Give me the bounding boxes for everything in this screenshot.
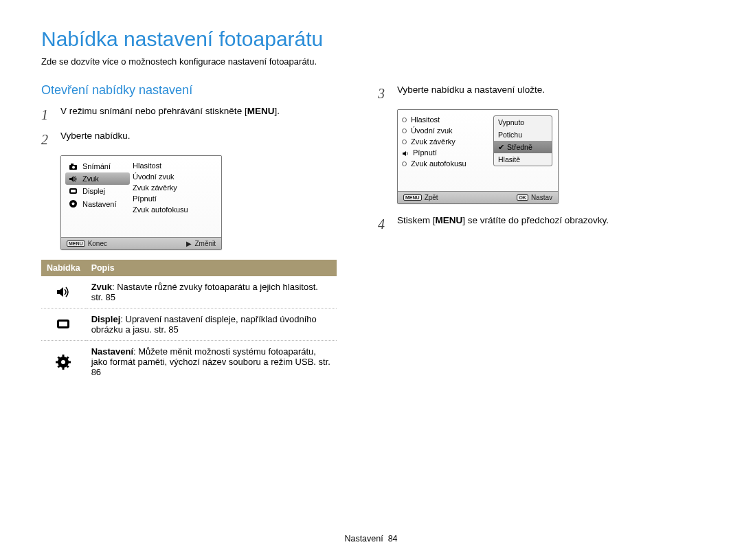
check-icon: ✔ bbox=[498, 143, 504, 151]
menu-item-zvuk[interactable]: Zvuk bbox=[65, 172, 130, 185]
speaker-icon bbox=[68, 175, 78, 183]
step-number: 2 bbox=[41, 129, 54, 150]
step-number: 1 bbox=[41, 104, 54, 125]
ok-badge: OK bbox=[517, 194, 528, 201]
svg-point-2 bbox=[72, 166, 75, 168]
radio-icon bbox=[402, 161, 407, 166]
menu-item-label: Displej bbox=[82, 187, 105, 195]
footer-page: 84 bbox=[388, 534, 398, 544]
footer-label: Nastavení bbox=[344, 534, 383, 544]
option-label: Hlasitost bbox=[411, 115, 440, 124]
step-number: 4 bbox=[378, 214, 390, 234]
step-2: 2 Vyberte nabídku. bbox=[41, 129, 337, 150]
svg-rect-10 bbox=[59, 322, 67, 326]
option-label: Zvuk autofokusu bbox=[411, 159, 466, 168]
table-header-nabidka: Nabídka bbox=[41, 260, 86, 276]
table-row: Displej: Upravení nastavení displeje, na… bbox=[41, 309, 337, 341]
menu-badge: MENU bbox=[67, 240, 85, 247]
menu-badge: MENU bbox=[403, 194, 422, 201]
menu-item-snimani[interactable]: Snímání bbox=[65, 160, 130, 172]
svg-rect-13 bbox=[63, 366, 65, 370]
camera-lcd-menu: Snímání Zvuk Displej bbox=[60, 155, 222, 250]
step-3: 3 Vyberte nabídku a nastavení uložte. bbox=[378, 83, 687, 104]
page-footer: Nastavení 84 bbox=[0, 534, 742, 544]
row-text: : Nastavte různé zvuky fotoaparátu a jej… bbox=[91, 282, 318, 302]
bar-right-label: Změnit bbox=[194, 240, 216, 247]
speaker-icon bbox=[402, 148, 409, 157]
row-text: : Upravení nastavení displeje, například… bbox=[91, 314, 317, 335]
option-label: Pípnutí bbox=[413, 148, 437, 157]
table-row: Zvuk: Nastavte různé zvuky fotoaparátu a… bbox=[41, 276, 337, 309]
page-title: Nabídka nastavení fotoaparátu bbox=[41, 27, 701, 51]
step-1-post: ]. bbox=[274, 106, 280, 116]
option-label: Zvuk závěrky bbox=[411, 137, 456, 146]
dropdown-item-selected[interactable]: ✔Středně bbox=[494, 141, 552, 153]
menu-item-label: Zvuk bbox=[82, 175, 99, 183]
radio-icon bbox=[402, 139, 407, 144]
step-3-text: Vyberte nabídku a nastavení uložte. bbox=[397, 83, 687, 104]
svg-rect-1 bbox=[71, 164, 74, 166]
dropdown-item[interactable]: Vypnuto bbox=[494, 116, 552, 128]
radio-icon bbox=[402, 128, 407, 133]
svg-marker-21 bbox=[403, 151, 406, 156]
camera-icon bbox=[68, 163, 78, 170]
radio-icon bbox=[402, 117, 407, 122]
svg-rect-15 bbox=[67, 361, 71, 363]
dropdown-item[interactable]: Hlasitě bbox=[494, 153, 552, 166]
row-label: Nastavení bbox=[91, 346, 133, 357]
submenu-item: Hlasitost bbox=[133, 160, 218, 171]
svg-rect-12 bbox=[63, 355, 65, 358]
display-icon bbox=[56, 318, 71, 328]
option-label: Úvodní zvuk bbox=[411, 126, 453, 135]
svg-point-7 bbox=[72, 203, 75, 205]
menu-key: MENU bbox=[436, 215, 463, 225]
intro-text: Zde se dozvíte více o možnostech konfigu… bbox=[41, 56, 701, 67]
section-title: Otevření nabídky nastavení bbox=[41, 83, 337, 98]
menu-item-displej[interactable]: Displej bbox=[65, 185, 130, 197]
dropdown-popup: Vypnuto Potichu ✔Středně Hlasitě bbox=[493, 115, 552, 166]
svg-point-20 bbox=[61, 360, 65, 364]
dropdown-item[interactable]: Potichu bbox=[494, 128, 552, 141]
gear-icon bbox=[68, 199, 78, 208]
speaker-icon bbox=[56, 286, 71, 296]
step-number: 3 bbox=[378, 83, 390, 104]
svg-marker-8 bbox=[57, 287, 63, 297]
table-row: Nastavení: Můžete měnit možnosti systému… bbox=[41, 341, 337, 383]
submenu-item: Úvodní zvuk bbox=[133, 171, 218, 182]
step-2-text: Vyberte nabídku. bbox=[60, 129, 337, 150]
table-header-popis: Popis bbox=[86, 260, 337, 276]
row-label: Displej bbox=[91, 314, 121, 324]
bar-right-label: Nastav bbox=[531, 194, 552, 201]
bar-left-label: Konec bbox=[88, 240, 107, 247]
step-1: 1 V režimu snímání nebo přehrávání stisk… bbox=[41, 104, 337, 125]
step-4: 4 Stiskem [MENU] se vrátíte do předchozí… bbox=[378, 214, 687, 234]
step-4-pre: Stiskem [ bbox=[397, 215, 436, 225]
svg-rect-14 bbox=[56, 361, 59, 363]
submenu-item: Zvuk závěrky bbox=[133, 182, 218, 193]
lcd-status-bar: MENUKonec ▶Změnit bbox=[61, 237, 221, 249]
menu-item-label: Nastavení bbox=[82, 200, 117, 208]
gear-icon bbox=[56, 356, 71, 366]
svg-rect-5 bbox=[71, 190, 76, 192]
display-icon bbox=[68, 188, 78, 195]
submenu-item: Zvuk autofokusu bbox=[133, 204, 218, 215]
step-4-post: ] se vrátíte do předchozí obrazovky. bbox=[462, 215, 609, 225]
submenu-item: Pípnutí bbox=[133, 193, 218, 204]
dropdown-item-label: Středně bbox=[507, 143, 532, 151]
play-icon: ▶ bbox=[186, 240, 192, 247]
svg-marker-3 bbox=[69, 176, 74, 182]
row-label: Zvuk bbox=[91, 282, 112, 292]
menu-item-label: Snímání bbox=[82, 162, 111, 170]
lcd-status-bar: MENUZpět OKNastav bbox=[398, 191, 558, 203]
step-1-pre: V režimu snímání nebo přehrávání stiskně… bbox=[60, 106, 247, 116]
description-table: Nabídka Popis Zvuk: Nastavte různé zvuky… bbox=[41, 260, 337, 383]
menu-key: MENU bbox=[247, 106, 275, 116]
menu-item-nastaveni[interactable]: Nastavení bbox=[65, 197, 130, 210]
bar-left-label: Zpět bbox=[425, 194, 438, 201]
camera-lcd-options: Hlasitost Úvodní zvuk Zvuk závěrky Pípnu… bbox=[397, 109, 559, 204]
